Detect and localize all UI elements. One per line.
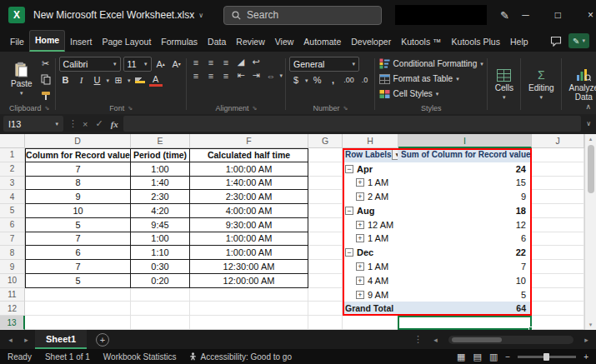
cell-I11[interactable]: 5: [398, 288, 532, 302]
accessibility-status[interactable]: Accessibility: Good to go: [189, 352, 292, 362]
normal-view-button[interactable]: ▦: [457, 352, 465, 362]
cell-G12[interactable]: [308, 302, 343, 316]
cell-D3[interactable]: 8: [25, 177, 131, 191]
font-name-select[interactable]: Calibri▾: [59, 57, 121, 72]
tab-kutools[interactable]: Kutools ™: [396, 32, 446, 52]
insert-function-button[interactable]: fx: [111, 119, 118, 129]
accounting-format-button[interactable]: $: [289, 74, 303, 87]
conditional-formatting-button[interactable]: Conditional Formatting ▾: [378, 57, 484, 71]
row-header-12[interactable]: 12: [0, 302, 25, 316]
expand-button[interactable]: +: [356, 178, 364, 187]
scroll-up-arrow[interactable]: ▴: [589, 136, 593, 142]
cell-F9[interactable]: 12:30:00 AM: [190, 260, 308, 274]
expand-formula-bar-button[interactable]: ∨: [586, 120, 591, 127]
cancel-entry-button[interactable]: ×: [83, 119, 88, 129]
merge-center-button[interactable]: ⇔: [265, 71, 278, 81]
font-dialog-launcher[interactable]: ⇘: [128, 105, 133, 112]
pen-icon[interactable]: ✎: [500, 9, 509, 22]
cell-J9[interactable]: [532, 260, 584, 274]
cell-E11[interactable]: [131, 288, 190, 302]
analyze-data-button[interactable]: Analyze Data: [565, 55, 596, 114]
orientation-button[interactable]: ◢: [235, 57, 248, 67]
align-center-button[interactable]: ≡: [205, 71, 218, 81]
formula-input[interactable]: [123, 116, 581, 132]
page-layout-view-button[interactable]: ▤: [473, 352, 482, 362]
cell-J1[interactable]: [532, 148, 584, 162]
cell-I2[interactable]: 24: [398, 162, 532, 177]
minimize-button[interactable]: ─: [509, 0, 542, 30]
cell-E1[interactable]: Period (time): [131, 148, 190, 162]
expand-button[interactable]: +: [356, 234, 364, 242]
tab-file[interactable]: File: [5, 32, 29, 52]
cell-H3[interactable]: +1 AM: [343, 177, 398, 191]
cell-G3[interactable]: [308, 177, 343, 191]
row-header-6[interactable]: 6: [0, 218, 25, 232]
row-header-7[interactable]: 7: [0, 232, 25, 247]
cell-I7[interactable]: 6: [398, 232, 532, 247]
tab-view[interactable]: View: [270, 32, 299, 52]
merge-dropdown[interactable]: ▾: [280, 72, 283, 79]
page-break-view-button[interactable]: ▥: [489, 352, 498, 362]
cell-F7[interactable]: 1:00:00 AM: [190, 232, 308, 247]
cell-D4[interactable]: 9: [25, 190, 131, 204]
cell-F11[interactable]: [190, 288, 308, 302]
cell-D1[interactable]: Column for Record value: [25, 148, 131, 162]
cell-J12[interactable]: [532, 302, 584, 316]
tab-developer[interactable]: Developer: [346, 32, 396, 52]
format-painter-button[interactable]: [39, 89, 53, 102]
cell-F10[interactable]: 12:00:00 AM: [190, 274, 308, 288]
align-bottom-button[interactable]: ≡: [220, 57, 233, 67]
cell-D7[interactable]: 7: [25, 232, 131, 247]
add-sheet-button[interactable]: +: [96, 333, 109, 347]
increase-decimal-button[interactable]: .00: [343, 74, 356, 87]
expand-button[interactable]: +: [356, 192, 364, 201]
cell-E13[interactable]: [131, 316, 190, 330]
cell-J8[interactable]: [532, 246, 584, 260]
cell-I12[interactable]: 64: [398, 302, 532, 316]
cell-D11[interactable]: [25, 288, 131, 302]
cell-F13[interactable]: [190, 316, 308, 330]
cell-E4[interactable]: 2:30: [131, 190, 190, 204]
underline-dropdown[interactable]: ▾: [107, 77, 110, 84]
cell-H6[interactable]: +12 AM: [343, 218, 398, 232]
tab-insert[interactable]: Insert: [65, 32, 97, 52]
cell-J6[interactable]: [532, 218, 584, 232]
clipboard-dialog-launcher[interactable]: ⇘: [45, 105, 50, 112]
decrease-decimal-button[interactable]: .0: [358, 74, 372, 87]
row-header-4[interactable]: 4: [0, 190, 25, 204]
collapse-button[interactable]: −: [345, 248, 353, 257]
row-header-11[interactable]: 11: [0, 288, 25, 302]
cell-G9[interactable]: [308, 260, 343, 274]
cell-F4[interactable]: 2:30:00 AM: [190, 190, 308, 204]
tab-data[interactable]: Data: [203, 32, 231, 52]
select-all-corner[interactable]: [0, 134, 25, 148]
borders-dropdown[interactable]: ▾: [128, 77, 131, 84]
cell-I1[interactable]: Sum of Column for Record value: [398, 148, 532, 162]
maximize-button[interactable]: □: [542, 0, 574, 30]
cell-I10[interactable]: 10: [398, 274, 532, 288]
cell-F12[interactable]: [190, 302, 308, 316]
cell-G11[interactable]: [308, 288, 343, 302]
sheet-tab-sheet1[interactable]: Sheet1: [35, 330, 87, 349]
underline-button[interactable]: U: [91, 74, 104, 87]
cell-E7[interactable]: 1:00: [131, 232, 190, 247]
number-dialog-launcher[interactable]: ⇘: [343, 105, 348, 112]
cell-D13[interactable]: [25, 316, 131, 330]
zoom-out-button[interactable]: −: [505, 352, 510, 362]
cell-E10[interactable]: 0:20: [131, 274, 190, 288]
expand-button[interactable]: +: [356, 291, 364, 299]
cell-G2[interactable]: [308, 162, 343, 177]
cell-F2[interactable]: 1:00:00 AM: [190, 162, 308, 177]
cell-F1[interactable]: Calculated half time: [190, 148, 308, 162]
zoom-in-button[interactable]: +: [583, 352, 588, 362]
cell-G7[interactable]: [308, 232, 343, 247]
cells-button[interactable]: Cells ▾: [491, 55, 518, 114]
tab-home[interactable]: Home: [29, 30, 65, 52]
row-header-2[interactable]: 2: [0, 162, 25, 177]
cell-G1[interactable]: [308, 148, 343, 162]
cell-G4[interactable]: [308, 190, 343, 204]
tab-automate[interactable]: Automate: [298, 32, 346, 52]
cell-H5[interactable]: −Aug: [343, 204, 398, 218]
italic-button[interactable]: I: [75, 74, 88, 87]
cell-E12[interactable]: [131, 302, 190, 316]
